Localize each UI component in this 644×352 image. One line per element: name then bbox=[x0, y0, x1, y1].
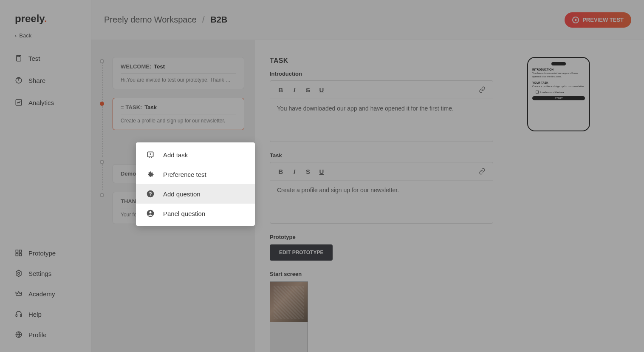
question-icon: ? bbox=[146, 190, 155, 198]
menu-panel-question[interactable]: Panel question bbox=[136, 204, 255, 223]
user-icon bbox=[146, 209, 155, 218]
menu-label: Preference test bbox=[163, 171, 206, 178]
menu-label: Add question bbox=[163, 190, 201, 198]
svg-text:?: ? bbox=[149, 191, 152, 196]
gear-icon bbox=[146, 170, 155, 179]
menu-label: Panel question bbox=[163, 210, 205, 217]
task-icon bbox=[146, 150, 155, 159]
menu-add-task[interactable]: Add task bbox=[136, 145, 255, 165]
menu-label: Add task bbox=[163, 151, 188, 159]
svg-point-16 bbox=[150, 211, 152, 213]
menu-preference-test[interactable]: Preference test bbox=[136, 165, 255, 184]
menu-add-question[interactable]: ? Add question bbox=[136, 184, 255, 204]
add-step-menu: Add task Preference test ? Add question … bbox=[136, 142, 255, 226]
modal-overlay[interactable] bbox=[0, 0, 644, 352]
